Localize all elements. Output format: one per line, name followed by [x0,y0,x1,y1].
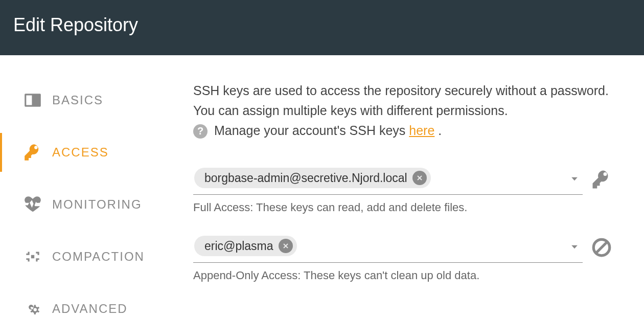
sidebar: Basics Access Monitoring Compaction Adva [0,55,178,317]
header: Edit Repository [0,0,644,55]
sidebar-item-label: Advanced [52,302,128,316]
key-chip: eric@plasma [194,236,297,256]
close-icon [282,242,290,250]
close-icon [416,174,424,182]
sidebar-item-label: Monitoring [52,197,142,212]
sidebar-item-label: Compaction [52,250,145,264]
sidebar-item-access[interactable]: Access [0,133,178,172]
full-access-helper: Full Access: These keys can read, add an… [193,201,612,214]
page-title: Edit Repository [13,14,138,35]
append-only-select[interactable]: eric@plasma [193,232,583,263]
manage-keys-link[interactable]: here [409,123,434,138]
chip-label: borgbase-admin@secretive.Njord.local [204,171,407,185]
sidebar-item-advanced[interactable]: Advanced [0,289,178,317]
content: SSH keys are used to access the reposito… [178,55,623,317]
columns-icon [22,90,43,110]
full-access-row: borgbase-admin@secretive.Njord.local [193,164,612,195]
compress-icon [22,246,43,267]
intro-text: SSH keys are used to access the reposito… [193,81,612,140]
sidebar-item-compaction[interactable]: Compaction [0,237,178,276]
chip-label: eric@plasma [204,239,273,253]
append-only-helper: Append-Only Access: These keys can't cle… [193,269,612,282]
key-icon [22,142,43,163]
heartbeat-icon [22,194,43,215]
sidebar-item-monitoring[interactable]: Monitoring [0,185,178,224]
svg-rect-1 [26,96,32,105]
sidebar-item-label: Basics [52,93,103,107]
chevron-down-icon [569,173,580,183]
sidebar-item-label: Access [52,145,109,160]
key-icon [591,169,612,190]
gears-icon [22,299,43,317]
chip-remove-button[interactable] [279,239,293,253]
help-icon[interactable]: ? [193,124,208,139]
append-only-row: eric@plasma [193,232,612,263]
svg-line-3 [596,242,607,253]
sidebar-item-basics[interactable]: Basics [0,81,178,120]
ban-icon [591,237,612,258]
chip-remove-button[interactable] [412,171,427,185]
chevron-down-icon [569,241,580,251]
key-chip: borgbase-admin@secretive.Njord.local [194,168,431,188]
full-access-select[interactable]: borgbase-admin@secretive.Njord.local [193,164,583,195]
